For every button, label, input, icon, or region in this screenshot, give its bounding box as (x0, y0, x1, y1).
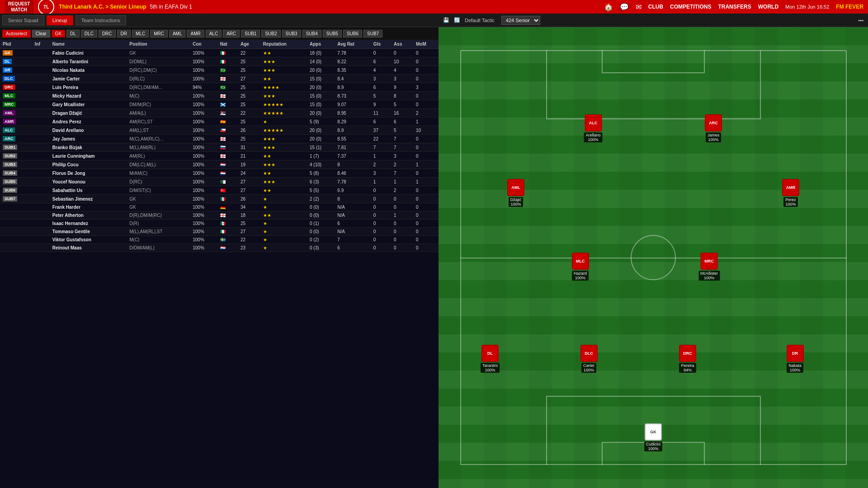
table-row[interactable]: MLC Micky Hazard M(C) 100% 🏴󠁧󠁢󠁥󠁮󠁧󠁿 25 ★★… (0, 92, 439, 100)
formation-select[interactable]: 424 Senior (501, 16, 540, 25)
cell-rep: ★★★ (260, 178, 307, 186)
pos-mrc-btn[interactable]: MRC (150, 30, 168, 38)
pos-arc-btn[interactable]: ARC (223, 30, 240, 38)
cell-gls: 37 (371, 126, 391, 135)
refresh-icon[interactable]: 🔄 (454, 17, 460, 23)
cell-avg: 8.9 (335, 126, 371, 135)
table-row[interactable]: SUB4 Florus De Jong M/AM(C) 100% 🇳🇱 24 ★… (0, 169, 439, 178)
pos-sub5-btn[interactable]: SUB5 (323, 30, 342, 38)
pos-sub1-btn[interactable]: SUB1 (241, 30, 260, 38)
cell-nat: 🏴󠁧󠁢󠁥󠁮󠁧󠁿 (217, 211, 238, 220)
cell-name: Alberto Tarantini (50, 57, 127, 66)
pitch-player-aml[interactable]: AMLDžajić100% (507, 179, 524, 207)
tab-squad[interactable]: Senior Squad (2, 15, 44, 25)
table-row[interactable]: Viktor Gustafsson M(C) 100% 🇸🇪 22 ★ 0 (2… (0, 236, 439, 244)
cell-name: Andres Perez (50, 117, 127, 126)
table-row[interactable]: Frank Harder GK 100% 🇩🇪 34 ★ 0 (0) N/A 0… (0, 203, 439, 211)
pos-drc-btn[interactable]: DRC (99, 30, 116, 38)
pitch-player-dr[interactable]: DRNakata100% (787, 345, 804, 373)
cell-age: 22 (238, 109, 260, 117)
tab-lineup[interactable]: Lineup (47, 15, 73, 25)
table-row[interactable]: DRC Luis Pereira D(RC),DM/AM... 94% 🇧🇷 2… (0, 83, 439, 92)
mail-nav[interactable]: ✉ (636, 3, 642, 11)
table-row[interactable]: SUB1 Branko Bizjak M(L),AM(RL) 100% 🇸🇮 3… (0, 143, 439, 152)
pos-amr-btn[interactable]: AMR (187, 30, 204, 38)
save-icon[interactable]: 💾 (443, 17, 449, 23)
table-row[interactable]: GK Fabio Cudicini GK 100% 🇮🇹 22 ★★ 18 (0… (0, 49, 439, 57)
cell-age: 22 (238, 49, 260, 57)
table-row[interactable]: AMR Andres Perez AM(RC),ST 100% 🇪🇸 25 ★ … (0, 117, 439, 126)
cell-avg: 7.78 (335, 49, 371, 57)
table-row[interactable]: AML Dragan Džajić AM/A(L) 100% 🇷🇸 22 ★★★… (0, 109, 439, 117)
pos-mlc-btn[interactable]: MLC (132, 30, 149, 38)
autoselect-btn[interactable]: Autoselect (2, 30, 31, 38)
table-row[interactable]: Tommaso Gentile M(L),AM(RL),ST 100% 🇮🇹 2… (0, 228, 439, 236)
shirt-drc: DRC (679, 345, 696, 362)
cell-nat: 🇳🇱 (217, 160, 238, 169)
pos-aml-btn[interactable]: AML (169, 30, 186, 38)
pos-dr-btn[interactable]: DR (117, 30, 131, 38)
pos-gk-btn[interactable]: GK (52, 30, 65, 38)
cell-apps: 5 (8) (307, 169, 335, 178)
table-row[interactable]: Reinout Maas D/DM/AM(L) 100% 🇳🇱 23 ★ 0 (… (0, 244, 439, 252)
table-row[interactable]: Peter Atherton D(R),DM/M(RC) 100% 🏴󠁧󠁢󠁥󠁮󠁧… (0, 211, 439, 220)
tab-bar: Senior Squad Lineup Team Instructions (0, 14, 439, 27)
pos-dlc-btn[interactable]: DLC (81, 30, 97, 38)
table-row[interactable]: SUB7 Sebastian Jimenez GK 100% 🇲🇽 26 ★ 2… (0, 195, 439, 203)
transfers-nav[interactable]: TRANSFERS (718, 4, 751, 10)
pitch-player-mrc[interactable]: MRCMcAllister100% (698, 253, 720, 281)
competitions-nav[interactable]: COMPETITIONS (670, 4, 711, 10)
table-row[interactable]: DR Nicolas Nakata D(RC),DM(C) 100% 🇧🇷 25… (0, 66, 439, 75)
cell-pos: D/DM/AM(L) (127, 244, 190, 252)
cell-name: Fabio Cudicini (50, 49, 127, 57)
col-name: Name (50, 40, 127, 49)
pitch-player-alc[interactable]: ALCArellano100% (584, 114, 602, 142)
cell-age: 25 (238, 220, 260, 228)
pos-sub7-btn[interactable]: SUB7 (363, 30, 382, 38)
table-row[interactable]: DLC Jamie Carter D(RLC) 100% 🏴󠁧󠁢󠁥󠁮󠁧󠁿 27 … (0, 75, 439, 83)
table-row[interactable]: SUB2 Laurie Cunningham AM(RL) 100% 🏴󠁧󠁢󠁥󠁮… (0, 152, 439, 160)
clear-btn[interactable]: Clear (32, 30, 50, 38)
home-nav[interactable]: 🏠 (604, 3, 613, 11)
cell-name: Dragan Džajić (50, 109, 127, 117)
pos-dl-btn[interactable]: DL (66, 30, 80, 38)
pitch-player-dl[interactable]: DLTarantini100% (481, 345, 500, 373)
breadcrumb-title: Third Lanark A.C. > Senior Lineup (59, 4, 146, 10)
pos-sub3-btn[interactable]: SUB3 (282, 30, 301, 38)
cell-avg: 8.55 (335, 135, 371, 143)
request-match-btn[interactable]: REQUESTMATCH (5, 0, 33, 14)
pitch-player-dlc[interactable]: DLCCarter100% (580, 345, 598, 373)
cell-ass: 5 (391, 100, 413, 109)
table-row[interactable]: SUB3 Phillip Cocu DM(LC),M(L) 100% 🇳🇱 19… (0, 160, 439, 169)
pos-sub6-btn[interactable]: SUB6 (343, 30, 362, 38)
pos-sub4-btn[interactable]: SUB4 (302, 30, 321, 38)
table-row[interactable]: DL Alberto Tarantini D/DM(L) 100% 🇮🇹 25 … (0, 57, 439, 66)
pos-alc-btn[interactable]: ALC (206, 30, 222, 38)
pitch-player-drc[interactable]: DRCPereira94% (679, 345, 696, 373)
table-row[interactable]: MRC Gary Mcallister DM/M(RC) 100% 🏴󠁧󠁢󠁳󠁣󠁴… (0, 100, 439, 109)
pitch-player-arc[interactable]: ARCJames100% (705, 114, 722, 142)
table-row[interactable]: ARC Jay James M(C),AM(RLC)... 100% 🏴󠁧󠁢󠁥󠁮… (0, 135, 439, 143)
table-row[interactable]: Isaac Hernandez D(R) 100% 🇲🇽 25 ★ 0 (1) … (0, 220, 439, 228)
cell-nat: 🇸🇪 (217, 236, 238, 244)
club-nav[interactable]: CLUB (648, 4, 663, 10)
cell-con: 100% (190, 135, 217, 143)
more-options-icon[interactable]: ••• (858, 18, 863, 23)
pos-sub2-btn[interactable]: SUB2 (261, 30, 280, 38)
pitch-player-gk[interactable]: GKCudicini100% (644, 423, 662, 451)
table-row[interactable]: SUB5 Youcef Nounou D(RC) 100% 🇩🇿 27 ★★★ … (0, 178, 439, 186)
pitch-player-mlc[interactable]: MLCHazard100% (572, 253, 589, 281)
tab-team-instructions[interactable]: Team Instructions (75, 15, 126, 25)
cell-rep: ★ (260, 228, 307, 236)
cell-ass: 9 (391, 83, 413, 92)
cell-inf (32, 203, 50, 211)
world-nav[interactable]: WORLD (758, 4, 778, 10)
cell-pkd (0, 244, 32, 252)
table-row[interactable]: ALC David Arellano AM(L),ST 100% 🇨🇱 26 ★… (0, 126, 439, 135)
pitch-player-amr[interactable]: AMRPerez100% (782, 179, 799, 207)
table-row[interactable]: SUB6 Sabahattin Us D/M/ST(C) 100% 🇹🇷 27 … (0, 186, 439, 195)
cell-gls: 0 (371, 186, 391, 195)
cell-age: 18 (238, 211, 260, 220)
chat-nav[interactable]: 💬 (620, 3, 629, 11)
cell-pos: AM(L),ST (127, 126, 190, 135)
